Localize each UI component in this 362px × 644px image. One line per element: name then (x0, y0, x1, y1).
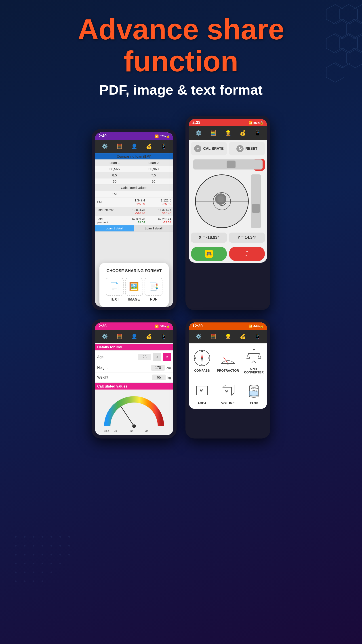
protractor-label: PROTRACTOR (217, 369, 239, 372)
p4-settings-icon[interactable]: ⚙️ (194, 332, 202, 340)
svg-point-44 (68, 536, 70, 538)
loan2-detail-btn[interactable]: Loan 2 detail (134, 226, 173, 232)
share-pdf-icon: 📑 (145, 278, 162, 296)
phone3-battery: 56%🔒 (160, 324, 170, 328)
menu-item-tank[interactable]: WATER TANK TANK (241, 378, 267, 408)
share-button[interactable]: ⤴ (229, 247, 265, 261)
level-circle (195, 174, 249, 228)
p3-bag-icon[interactable]: 💰 (145, 332, 153, 340)
protractor-icon (219, 349, 237, 367)
p2-phone-icon[interactable]: 📱 (253, 129, 261, 137)
area-icon: A² (193, 382, 211, 400)
v-level-bubble (252, 204, 260, 213)
svg-point-69 (253, 348, 255, 350)
svg-point-17 (15, 554, 16, 556)
p2-settings-icon[interactable]: ⚙️ (194, 129, 202, 137)
svg-point-63 (227, 363, 229, 364)
svg-point-13 (33, 536, 34, 538)
p4-calculator-icon[interactable]: 🧮 (209, 332, 217, 340)
header: Advance share function PDF, image & text… (0, 0, 362, 107)
height-value[interactable]: 170 (151, 365, 165, 371)
p2-bag-icon[interactable]: 💰 (239, 129, 247, 137)
protractor-icon-area (219, 349, 237, 367)
menu-item-compass[interactable]: N S W E COMPASS (189, 344, 215, 378)
phone3-nav-bar: ⚙️ 🧮 👤 💰 📱 (95, 330, 173, 343)
x-value-box: X = -16.93° (191, 232, 227, 242)
svg-point-23 (15, 572, 16, 573)
phone-icon[interactable]: 📱 (160, 142, 168, 150)
phone2-screen: 2:33 📶 56%🔒 ⚙️ 🧮 👷 💰 📱 + CALIBRATE (189, 119, 267, 263)
svg-point-16 (33, 545, 34, 546)
person-icon[interactable]: 👤 (130, 142, 138, 150)
emi-v1b: 225.89 (123, 202, 145, 206)
phone2-battery: 56%🔒 (253, 121, 264, 124)
loan1-detail-btn[interactable]: Loan 1 detail (95, 226, 134, 232)
emi-v1: 1,347.4 (123, 198, 145, 202)
svg-line-47 (121, 406, 134, 426)
height-label: Height (97, 366, 151, 370)
payment-v2b: -79.54 (149, 221, 171, 224)
volume-icon-area: V³ (219, 382, 237, 400)
p3-person-icon[interactable]: 👤 (130, 332, 138, 340)
p3-settings-icon[interactable]: ⚙️ (100, 332, 109, 340)
phone2-status-icons: 📶 56%🔒 (249, 121, 264, 124)
menu-item-volume[interactable]: V³ VOLUME (215, 378, 241, 408)
share-text-option[interactable]: 📄 TEXT (106, 278, 124, 302)
compass-label: COMPASS (194, 369, 210, 372)
game-button[interactable]: 🎮 (191, 247, 227, 261)
share-pdf-option[interactable]: 📑 PDF (145, 278, 162, 302)
bag-icon[interactable]: 💰 (145, 142, 153, 150)
area-label: AREA (198, 402, 206, 405)
phone2-status-bar: 2:33 📶 56%🔒 (189, 119, 267, 126)
reset-label: RESET (245, 147, 257, 151)
loan-calc-table: EMI 1,347.4 225.89 1,121.5 -225.89 Total… (95, 197, 173, 232)
svg-point-32 (41, 562, 43, 564)
svg-text:35: 35 (145, 429, 148, 432)
svg-point-11 (15, 536, 16, 538)
bmi-calc-header: Calculated values (95, 383, 173, 390)
gender-female-icon[interactable]: ♀ (163, 353, 171, 361)
p4-phone-icon[interactable]: 📱 (253, 332, 261, 340)
h-level-bubble (227, 160, 236, 168)
row3-v1: 50 (95, 178, 134, 185)
menu-item-protractor[interactable]: PROTRACTOR (215, 344, 241, 378)
p4-person-icon[interactable]: 👷 (224, 332, 232, 340)
unit-converter-icon-area (245, 347, 263, 365)
interest-v2b: 516.46 (149, 212, 171, 215)
p2-calculator-icon[interactable]: 🧮 (209, 129, 217, 137)
settings-icon[interactable]: ⚙️ (100, 142, 109, 150)
reset-button[interactable]: ↻ RESET (229, 142, 265, 156)
p2-person-icon[interactable]: 👷 (224, 129, 232, 137)
height-unit: cm (166, 366, 171, 370)
svg-point-43 (59, 562, 61, 564)
bottom-phones: 2:36 📶 56%🔒 ⚙️ 🧮 👤 💰 📱 Details for BMI A… (0, 319, 362, 452)
share-text-label: TEXT (110, 298, 119, 302)
interest-label: Total interest (95, 207, 121, 216)
menu-item-unit-converter[interactable]: UNIT CONVERTER (241, 344, 267, 378)
calculator-icon[interactable]: 🧮 (115, 142, 123, 150)
gender-male-icon[interactable]: ♂ (153, 353, 161, 361)
row2-v2: 7.5 (134, 172, 173, 178)
payment-v2: 67,290.24 (149, 217, 171, 221)
p3-calculator-icon[interactable]: 🧮 (115, 332, 123, 340)
share-icon: ⤴ (245, 250, 249, 258)
svg-point-48 (132, 424, 136, 428)
phone1-nav-bar: ⚙️ 🧮 👤 💰 📱 (95, 140, 173, 153)
phone1-status-icons: 📶 57%🔒 (155, 134, 170, 138)
emi-label: EMI (95, 191, 134, 197)
phone4-frame: 12:30 📶 44%🔒 ⚙️ 🧮 👷 💰 📱 (185, 319, 270, 438)
tank-icon: WATER TANK (245, 382, 263, 400)
volume-icon: V³ (219, 382, 237, 400)
share-image-option[interactable]: 🖼️ IMAGE (125, 278, 143, 302)
sharing-title: CHOOSE SHARING FORMAT (105, 268, 163, 273)
menu-item-area[interactable]: A² AREA (189, 378, 215, 408)
p3-phone-icon[interactable]: 📱 (160, 332, 168, 340)
p4-bag-icon[interactable]: 💰 (239, 332, 247, 340)
calibrate-label: CALIBRATE (203, 147, 223, 151)
weight-value[interactable]: 65 (152, 374, 166, 380)
calibrate-button[interactable]: + CALIBRATE (191, 142, 227, 156)
svg-point-35 (50, 536, 52, 538)
age-value[interactable]: 25 (138, 354, 151, 360)
bmi-height-row: Height 170 cm (95, 363, 173, 373)
phone3-status-bar: 2:36 📶 56%🔒 (95, 322, 173, 330)
